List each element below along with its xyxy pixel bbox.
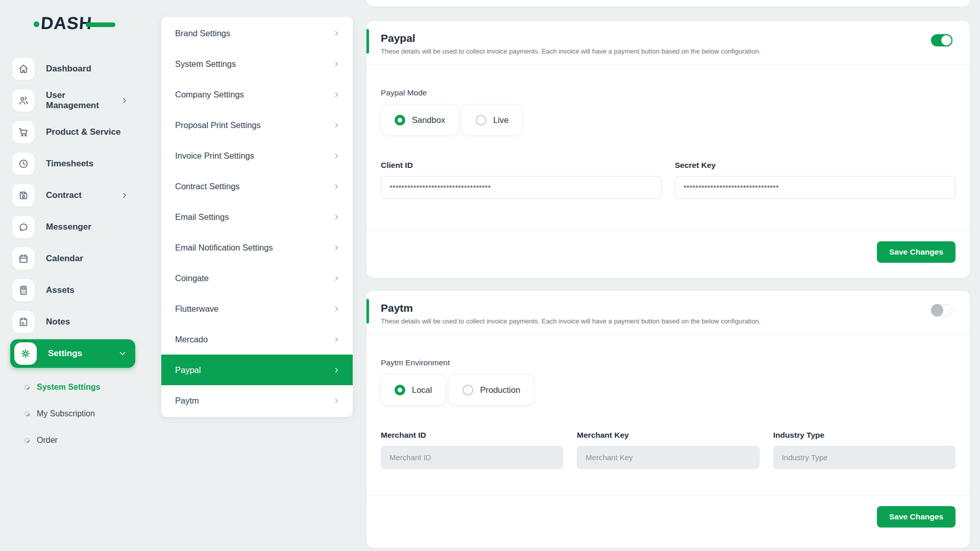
menu-item-paytm[interactable]: Paytm	[161, 385, 353, 416]
sidebar-item-user-management[interactable]: User Management	[0, 85, 151, 116]
menu-item-brand-settings[interactable]: Brand Settings	[161, 18, 353, 48]
radio-option-production[interactable]: Production	[449, 374, 534, 405]
paypal-description: These details will be used to collect in…	[381, 47, 952, 55]
sidebar-item-product-service[interactable]: Product & Service	[0, 116, 151, 148]
app-logo: DASH	[36, 13, 112, 35]
paytm-card-header: Paytm These details will be used to coll…	[366, 291, 970, 335]
users-icon	[12, 89, 35, 112]
paypal-title: Paypal	[381, 32, 952, 44]
client-id-input[interactable]	[381, 176, 662, 199]
sidebar-item-label: Messenger	[46, 222, 91, 232]
calendar-icon	[12, 247, 35, 270]
chevron-right-icon	[333, 30, 340, 37]
radio-option-live[interactable]: Live	[462, 105, 522, 135]
client-id-field-group: Client ID	[381, 161, 662, 199]
industry-type-input[interactable]	[773, 446, 955, 469]
cart-icon	[12, 121, 35, 143]
menu-item-label: Mercado	[175, 335, 208, 344]
radio-unselected-icon	[462, 385, 473, 395]
chevron-right-icon	[333, 244, 340, 252]
subitem-label: System Settings	[37, 383, 100, 392]
menu-item-label: Coingate	[175, 273, 209, 283]
secret-key-label: Secret Key	[675, 161, 955, 170]
sidebar-item-label: User Management	[46, 90, 109, 111]
paytm-environment-label: Paytm Environment	[381, 335, 955, 367]
sidebar-item-settings[interactable]: Settings	[10, 339, 135, 368]
client-id-label: Client ID	[381, 161, 662, 170]
radio-label: Local	[412, 385, 432, 395]
settings-submenu: System Settings My Subscription Order	[0, 374, 151, 454]
sidebar-item-label: Dashboard	[46, 64, 91, 74]
merchant-id-input[interactable]	[381, 446, 563, 469]
accent-bar	[366, 29, 369, 54]
home-icon	[12, 58, 35, 80]
toggle-knob	[931, 304, 943, 316]
radio-selected-icon	[395, 385, 405, 395]
menu-item-email-settings[interactable]: Email Settings	[161, 202, 353, 232]
menu-item-mercado[interactable]: Mercado	[161, 324, 353, 355]
menu-item-label: Contract Settings	[175, 182, 240, 191]
radio-option-local[interactable]: Local	[381, 374, 446, 405]
paytm-enable-toggle[interactable]	[931, 304, 952, 316]
previous-card-edge	[366, 0, 970, 7]
secret-key-input[interactable]	[675, 176, 955, 199]
notes-icon	[12, 311, 35, 333]
logo-bar-icon	[86, 22, 115, 27]
menu-item-system-settings[interactable]: System Settings	[161, 48, 353, 79]
settings-menu-panel: Brand Settings System Settings Company S…	[161, 17, 353, 417]
logo-dot-icon	[34, 21, 39, 27]
chevron-right-icon	[333, 152, 340, 160]
sidebar: DASH Dashboard User Management Product &…	[0, 0, 151, 551]
sidebar-subitem-system-settings[interactable]: System Settings	[0, 374, 151, 400]
paypal-mode-options: Sandbox Live	[381, 105, 955, 135]
menu-item-proposal-print-settings[interactable]: Proposal Print Settings	[161, 110, 353, 140]
sidebar-nav: Dashboard User Management Product & Serv…	[0, 53, 151, 454]
sidebar-item-assets[interactable]: Assets	[0, 274, 151, 306]
menu-item-contract-settings[interactable]: Contract Settings	[161, 171, 353, 202]
bullet-icon	[23, 437, 31, 444]
merchant-key-input[interactable]	[577, 446, 759, 469]
paypal-enable-toggle[interactable]	[931, 34, 952, 46]
subitem-label: My Subscription	[37, 409, 95, 418]
menu-item-coingate[interactable]: Coingate	[161, 263, 353, 293]
sidebar-item-label: Notes	[46, 317, 70, 327]
paypal-mode-label: Paypal Mode	[381, 65, 955, 97]
chevron-right-icon	[333, 60, 340, 68]
menu-item-email-notification-settings[interactable]: Email Notification Settings	[161, 232, 353, 263]
menu-item-invoice-print-settings[interactable]: Invoice Print Settings	[161, 140, 353, 171]
industry-type-field-group: Industry Type	[773, 431, 955, 469]
sidebar-item-timesheets[interactable]: Timesheets	[0, 148, 151, 180]
radio-label: Live	[493, 115, 508, 125]
sidebar-subitem-my-subscription[interactable]: My Subscription	[0, 400, 151, 427]
sidebar-item-contract[interactable]: Contract	[0, 180, 151, 211]
radio-option-sandbox[interactable]: Sandbox	[381, 105, 459, 135]
chevron-right-icon	[333, 213, 340, 221]
floppy-icon	[12, 184, 35, 207]
sidebar-item-dashboard[interactable]: Dashboard	[0, 53, 151, 85]
paytm-card-footer: Save Changes	[366, 495, 970, 543]
sidebar-item-label: Calendar	[46, 254, 83, 264]
industry-type-label: Industry Type	[773, 431, 955, 440]
menu-item-paypal[interactable]: Paypal	[161, 355, 353, 385]
sidebar-item-calendar[interactable]: Calendar	[0, 243, 151, 274]
sidebar-item-notes[interactable]: Notes	[0, 306, 151, 338]
menu-item-company-settings[interactable]: Company Settings	[161, 79, 353, 110]
menu-item-label: Email Settings	[175, 212, 229, 222]
chevron-right-icon	[333, 274, 340, 282]
chat-icon	[12, 216, 35, 238]
sidebar-subitem-order[interactable]: Order	[0, 427, 151, 454]
paypal-save-button[interactable]: Save Changes	[877, 241, 955, 263]
menu-item-label: Proposal Print Settings	[175, 120, 261, 130]
paytm-save-button[interactable]: Save Changes	[877, 506, 955, 528]
secret-key-field-group: Secret Key	[675, 161, 955, 199]
chevron-right-icon	[120, 96, 129, 105]
merchant-id-label: Merchant ID	[381, 431, 563, 440]
paytm-card: Paytm These details will be used to coll…	[366, 291, 970, 548]
chevron-down-icon	[118, 349, 127, 358]
paytm-environment-options: Local Production	[381, 374, 955, 405]
menu-item-flutterwave[interactable]: Flutterwave	[161, 293, 353, 324]
calculator-icon	[12, 279, 35, 302]
menu-item-label: Brand Settings	[175, 29, 230, 38]
sidebar-item-messenger[interactable]: Messenger	[0, 211, 151, 243]
paytm-title: Paytm	[381, 302, 952, 314]
